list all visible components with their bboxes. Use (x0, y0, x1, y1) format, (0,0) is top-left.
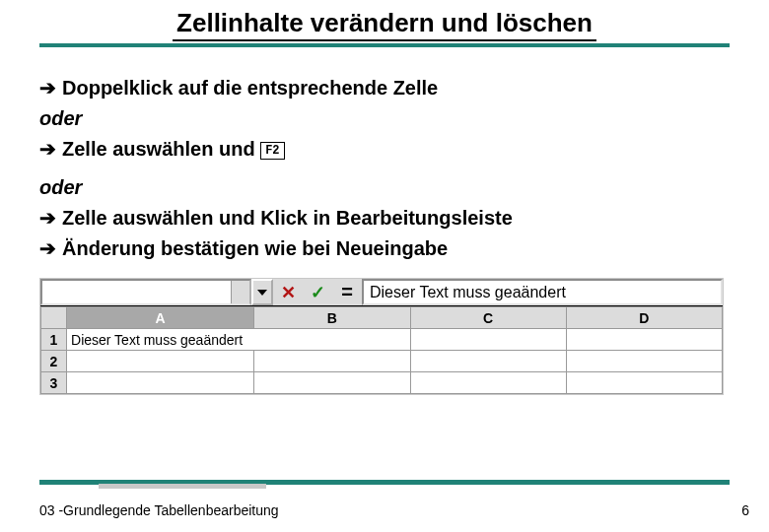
arrow-icon: ➔ (39, 138, 56, 160)
page-number: 6 (741, 502, 749, 518)
cell-b2[interactable] (254, 351, 410, 372)
cell-b3[interactable] (254, 372, 410, 394)
bullet-2-text: Zelle auswählen und (62, 138, 260, 160)
formula-bar: ✕ ✓ = Dieser Text muss geaändert (40, 279, 723, 306)
spreadsheet-mock: ✕ ✓ = Dieser Text muss geaändert A B C D… (39, 278, 724, 395)
col-header-b[interactable]: B (254, 307, 410, 329)
bullet-4: ➔Änderung bestätigen wie bei Neueingabe (39, 233, 730, 264)
col-header-c[interactable]: C (410, 307, 566, 329)
col-header-d[interactable]: D (566, 307, 722, 329)
arrow-icon: ➔ (39, 237, 56, 259)
separator-oder-1: oder (39, 103, 730, 134)
cell-a2[interactable] (67, 351, 254, 372)
cell-d3[interactable] (566, 372, 722, 394)
cell-c2[interactable] (410, 351, 566, 372)
content-block: ➔Doppelklick auf die entsprechende Zelle… (39, 73, 730, 395)
separator-oder-2: oder (39, 172, 730, 203)
cell-d2[interactable] (566, 351, 722, 372)
page-title: Zellinhalte verändern und löschen (173, 8, 596, 41)
bullet-1: ➔Doppelklick auf die entsprechende Zelle (39, 73, 730, 103)
row-header-2[interactable]: 2 (41, 351, 67, 372)
cancel-icon[interactable]: ✕ (273, 279, 303, 305)
col-header-a[interactable]: A (67, 307, 254, 329)
title-rule (39, 43, 730, 47)
formula-input[interactable]: Dieser Text muss geaändert (362, 279, 723, 305)
name-box[interactable] (40, 279, 251, 305)
arrow-icon: ➔ (39, 207, 56, 229)
row-header-1[interactable]: 1 (41, 329, 67, 351)
cell-a3[interactable] (67, 372, 254, 394)
cell-a1[interactable]: Dieser Text muss geaändert (67, 329, 410, 351)
footer-left: 03 -Grundlegende Tabellenbearbeitung (39, 502, 279, 518)
key-f2: F2 (260, 142, 284, 160)
svg-marker-0 (257, 290, 267, 296)
cell-d1[interactable] (566, 329, 722, 351)
grid: A B C D 1 Dieser Text muss geaändert 2 (40, 306, 723, 394)
bullet-3: ➔Zelle auswählen und Klick in Bearbeitun… (39, 203, 730, 233)
bullet-3-text: Zelle auswählen und Klick in Bearbeitung… (62, 207, 513, 229)
cell-c1[interactable] (410, 329, 566, 351)
bullet-2: ➔Zelle auswählen und F2 (39, 134, 730, 165)
formula-input-text: Dieser Text muss geaändert (370, 284, 566, 301)
bullet-1-text: Doppelklick auf die entsprechende Zelle (62, 77, 438, 99)
row-header-3[interactable]: 3 (41, 372, 67, 394)
cell-c3[interactable] (410, 372, 566, 394)
bullet-4-text: Änderung bestätigen wie bei Neueingabe (62, 237, 448, 259)
enter-icon[interactable]: ✓ (303, 279, 332, 305)
equals-icon[interactable]: = (332, 279, 362, 305)
chevron-down-icon (257, 290, 267, 296)
footer-rule (39, 480, 730, 489)
select-all-corner[interactable] (41, 307, 67, 329)
arrow-icon: ➔ (39, 77, 56, 99)
cell-a1-text: Dieser Text muss geaändert (71, 332, 243, 348)
namebox-dropdown-button[interactable] (251, 279, 273, 305)
